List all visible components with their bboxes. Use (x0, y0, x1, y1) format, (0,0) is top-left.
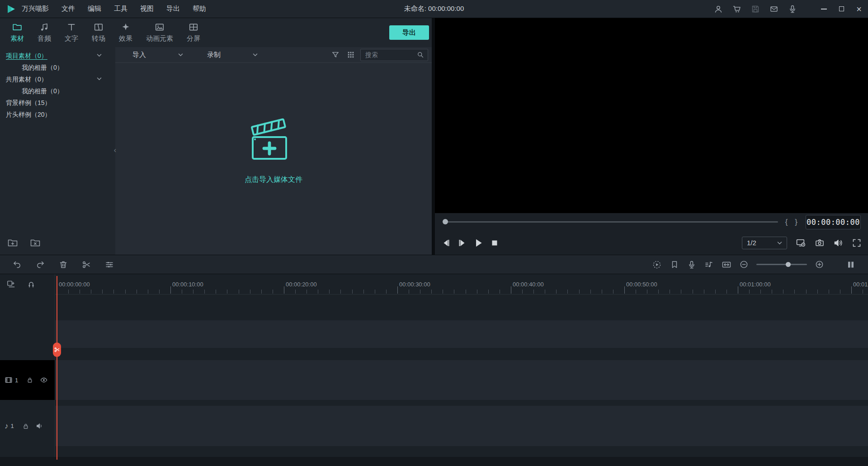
export-button[interactable]: 导出 (389, 25, 429, 40)
voiceover-mic-button[interactable] (687, 260, 696, 269)
tab-label: 分屏 (187, 34, 200, 43)
redo-button[interactable] (36, 260, 45, 269)
volume-icon[interactable] (833, 238, 843, 248)
tree-folder-tools (7, 238, 41, 248)
tree-item-label: 我的相册（0） (22, 64, 63, 71)
window-maximize-button[interactable] (839, 6, 844, 11)
tab-transitions[interactable]: 转场 (85, 22, 112, 43)
snapshot-camera-icon[interactable] (815, 238, 825, 248)
overlay-track-lane[interactable] (55, 320, 868, 348)
store-cart-icon[interactable] (732, 5, 741, 14)
video-track-header[interactable]: 1 (0, 360, 55, 400)
seek-bar[interactable] (443, 221, 778, 223)
seek-row: { } 00:00:00:00 (435, 213, 868, 231)
tab-text[interactable]: 文字 (58, 22, 85, 43)
seek-handle[interactable] (443, 219, 448, 224)
timeline-ruler[interactable]: 00:00:00:0000:00:10:0000:00:20:0000:00:3… (55, 274, 868, 295)
snap-magnet-icon[interactable] (27, 280, 36, 289)
audio-track-header[interactable]: ♪ 1 (0, 406, 55, 446)
tree-item-my-album-1[interactable]: 我的相册（0） (0, 62, 115, 73)
zoom-fit-button[interactable] (722, 260, 731, 270)
ruler-label: 00:01:10:00 (853, 281, 868, 288)
audio-track-lane[interactable] (55, 406, 868, 446)
tab-label: 动画元素 (146, 34, 173, 43)
chevron-down-icon[interactable] (97, 77, 102, 81)
playback-controls: 1/2 (435, 231, 868, 255)
menu-tools[interactable]: 工具 (114, 5, 127, 13)
window-close-button[interactable]: × (856, 5, 862, 14)
audio-track-icon: ♪ (5, 422, 9, 430)
tree-item-project-media[interactable]: 项目素材（0） (0, 50, 115, 62)
delete-folder-icon[interactable] (30, 238, 41, 248)
tree-item-intro-samples[interactable]: 片头样例（20） (0, 109, 115, 120)
previous-frame-button[interactable] (441, 238, 451, 248)
video-track-icon (5, 376, 13, 384)
menu-app-name[interactable]: 万兴喵影 (22, 5, 49, 13)
mark-in-icon[interactable]: { (785, 218, 788, 227)
panel-divider[interactable] (432, 18, 435, 255)
menu-help[interactable]: 帮助 (193, 5, 206, 13)
ruler-label: 00:00:00:00 (59, 281, 90, 288)
chevron-down-icon[interactable] (97, 53, 102, 57)
add-folder-icon[interactable] (7, 238, 18, 248)
timeline-zoom-knob[interactable] (786, 262, 791, 267)
mark-out-icon[interactable]: } (795, 218, 797, 227)
ruler-label: 00:00:20:00 (286, 281, 317, 288)
zoom-out-button[interactable] (740, 260, 748, 269)
fullscreen-icon[interactable] (852, 238, 862, 248)
tab-splitscreen[interactable]: 分屏 (180, 22, 207, 43)
video-track-lane[interactable] (55, 360, 868, 400)
tree-item-shared-media[interactable]: 共用素材（0） (0, 73, 115, 85)
adjust-properties-button[interactable] (105, 260, 114, 269)
track-headers: 1 ♪ 1 (0, 274, 55, 466)
save-icon[interactable] (751, 5, 760, 14)
manage-tracks-icon[interactable] (6, 280, 16, 289)
ruler-label: 00:01:00:00 (740, 281, 771, 288)
playhead[interactable] (57, 276, 57, 460)
next-frame-button[interactable] (457, 238, 467, 248)
display-settings-icon[interactable] (796, 238, 806, 248)
zoom-in-button[interactable] (815, 260, 824, 269)
microphone-icon[interactable] (788, 5, 797, 14)
playhead-scissors-handle[interactable] (53, 342, 61, 357)
tab-label: 效果 (119, 34, 132, 43)
ruler-label: 00:00:30:00 (399, 281, 430, 288)
tab-elements[interactable]: 动画元素 (139, 22, 180, 43)
marker-button[interactable] (670, 260, 679, 269)
preview-quality-select[interactable]: 1/2 (742, 237, 787, 249)
project-title: 未命名: 00:00:00:00 (404, 5, 464, 13)
play-button[interactable] (473, 238, 484, 248)
menu-view[interactable]: 视图 (140, 5, 154, 13)
library-tree: 项目素材（0） 我的相册（0） 共用素材（0） 我的相册（0） (0, 47, 115, 255)
user-account-icon[interactable] (714, 5, 723, 14)
mail-feedback-icon[interactable] (769, 5, 778, 14)
tab-effects[interactable]: 效果 (112, 22, 139, 43)
tab-label: 音频 (38, 34, 51, 43)
import-media-dropzone[interactable]: 点击导入媒体文件 (115, 48, 432, 255)
speaker-mute-icon[interactable] (36, 422, 43, 430)
timeline: 1 ♪ 1 00:00:00:0000:00:10:0000:00:20:000… (0, 274, 868, 466)
stop-button[interactable] (490, 238, 500, 248)
tree-item-my-album-2[interactable]: 我的相册（0） (0, 85, 115, 97)
tab-media[interactable]: 素材 (4, 22, 31, 43)
timeline-zoom-slider[interactable] (756, 264, 807, 265)
render-preview-button[interactable] (652, 260, 662, 270)
collapse-tree-handle[interactable]: ‹ (114, 146, 116, 154)
library-panel: 素材 音频 文字 转场 (0, 18, 432, 255)
undo-button[interactable] (13, 260, 22, 269)
window-minimize-button[interactable] (821, 9, 827, 10)
menu-export[interactable]: 导出 (166, 5, 180, 13)
split-scissors-button[interactable] (82, 260, 91, 269)
ruler-label: 00:00:10:00 (172, 281, 203, 288)
eye-visibility-icon[interactable] (40, 376, 48, 384)
lock-icon[interactable] (23, 423, 29, 429)
track-size-toggle[interactable] (846, 260, 855, 269)
tree-item-background-samples[interactable]: 背景样例（15） (0, 97, 115, 109)
delete-button[interactable] (59, 260, 68, 269)
audio-mixer-button[interactable] (704, 260, 713, 269)
menu-edit[interactable]: 编辑 (88, 5, 101, 13)
lock-icon[interactable] (27, 377, 33, 383)
menu-file[interactable]: 文件 (61, 5, 75, 13)
tree-item-label: 项目素材（0） (6, 52, 47, 59)
tab-audio[interactable]: 音频 (31, 22, 58, 43)
